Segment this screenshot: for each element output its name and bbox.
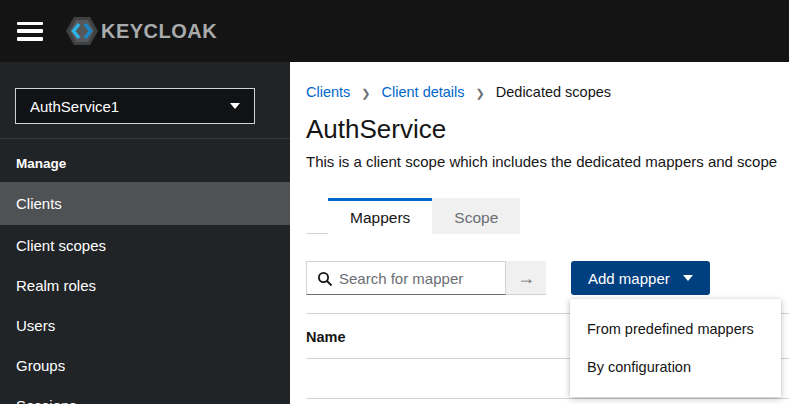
sidebar-item-clients[interactable]: Clients (0, 182, 290, 225)
sidebar-item-sessions[interactable]: Sessions (0, 385, 290, 404)
search-input[interactable] (339, 263, 499, 293)
main-content: Clients ❯ Client details ❯ Dedicated sco… (290, 62, 789, 404)
sidebar-nav: Clients Client scopes Realm roles Users … (0, 182, 290, 404)
realm-selector-value: AuthService1 (30, 98, 230, 115)
sidebar-item-users[interactable]: Users (0, 305, 290, 345)
tabs-spacer (306, 198, 328, 234)
table-column-header-name: Name (306, 314, 346, 359)
page-description: This is a client scope which includes th… (306, 153, 777, 170)
sidebar-item-groups[interactable]: Groups (0, 345, 290, 385)
nav-toggle-hamburger-icon[interactable] (17, 22, 43, 41)
chevron-down-icon (230, 103, 240, 109)
add-mapper-button[interactable]: Add mapper (571, 261, 710, 295)
tab-bar: Mappers Scope (306, 198, 520, 234)
breadcrumb-chevron-icon: ❯ (361, 87, 370, 100)
menu-item-from-predefined-mappers[interactable]: From predefined mappers (570, 310, 781, 348)
breadcrumb: Clients ❯ Client details ❯ Dedicated sco… (306, 84, 611, 100)
keycloak-hexagon-icon (65, 16, 99, 46)
page-title: AuthService (306, 114, 446, 145)
add-mapper-label: Add mapper (588, 270, 670, 287)
sidebar-item-realm-roles[interactable]: Realm roles (0, 265, 290, 305)
masthead: KEYCLOAK (0, 0, 789, 62)
keycloak-logo[interactable]: KEYCLOAK (65, 16, 217, 46)
arrow-right-icon: → (517, 268, 535, 288)
search-submit-button[interactable]: → (506, 261, 546, 295)
brand-text: KEYCLOAK (101, 20, 217, 43)
search-box (306, 261, 506, 295)
search-group: → (306, 261, 546, 295)
chevron-down-icon (683, 275, 693, 281)
breadcrumb-clients-link[interactable]: Clients (306, 84, 350, 100)
breadcrumb-current: Dedicated scopes (496, 84, 611, 100)
sidebar-item-client-scopes[interactable]: Client scopes (0, 225, 290, 265)
add-mapper-dropdown-menu: From predefined mappers By configuration (570, 299, 781, 397)
sidebar-divider (0, 138, 290, 139)
toolbar: → Add mapper (306, 261, 710, 295)
realm-selector[interactable]: AuthService1 (15, 88, 255, 124)
breadcrumb-client-details-link[interactable]: Client details (382, 84, 465, 100)
menu-item-by-configuration[interactable]: By configuration (570, 348, 781, 386)
tab-mappers[interactable]: Mappers (328, 198, 432, 234)
sidebar-section-manage: Manage (16, 156, 66, 171)
table-row-border (306, 398, 789, 399)
sidebar: AuthService1 Manage Clients Client scope… (0, 62, 290, 404)
tab-scope[interactable]: Scope (432, 198, 520, 234)
breadcrumb-chevron-icon: ❯ (476, 87, 485, 100)
